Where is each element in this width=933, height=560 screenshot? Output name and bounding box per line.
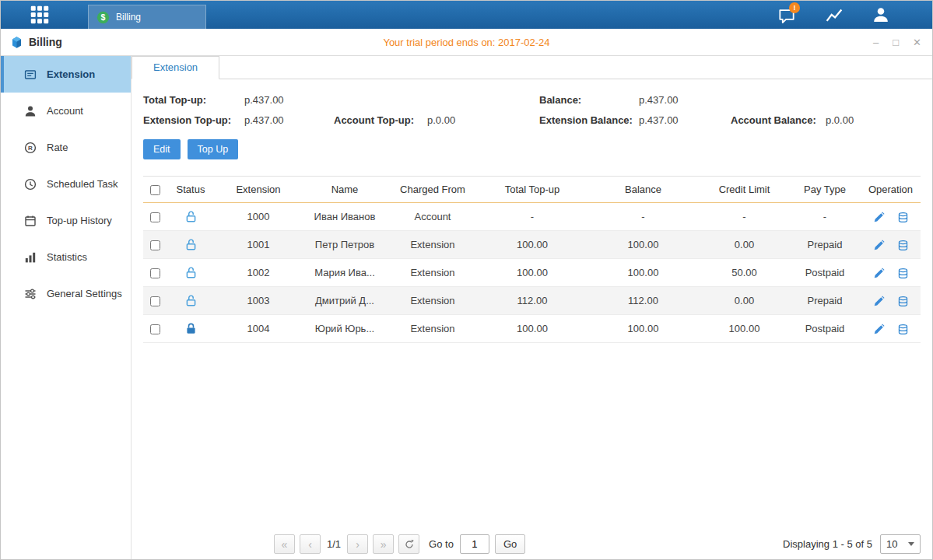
chart-icon[interactable]: [826, 7, 843, 24]
calendar-icon: [24, 215, 37, 227]
lock-open-icon[interactable]: [184, 210, 198, 223]
lock-open-icon[interactable]: [184, 266, 198, 279]
account-icon: [24, 105, 37, 117]
balance-cell: -: [587, 203, 700, 231]
edit-icon[interactable]: [873, 268, 885, 279]
name-cell: Мария Ива...: [302, 259, 388, 287]
lock-closed-icon[interactable]: [184, 322, 198, 335]
edit-icon[interactable]: [873, 212, 885, 223]
goto-page-input[interactable]: [460, 534, 489, 554]
extension-topup-label: Extension Top-up:: [143, 114, 244, 126]
sidebar: ExtensionAccountRRateScheduled TaskTop-u…: [1, 56, 132, 559]
apps-grid-icon[interactable]: [30, 5, 49, 24]
table-header-row: StatusExtensionNameCharged FromTotal Top…: [143, 177, 921, 203]
sidebar-item-scheduled-task[interactable]: Scheduled Task: [1, 166, 131, 202]
extension-icon: [24, 68, 37, 81]
chevron-down-icon: [908, 542, 914, 546]
page-indicator: 1/1: [327, 538, 341, 550]
credit-limit-cell: 100.00: [700, 315, 789, 343]
operation-cell: [861, 259, 921, 287]
credit-limit-cell: 50.00: [700, 259, 789, 287]
tab-extension[interactable]: Extension: [132, 56, 219, 79]
first-page-button[interactable]: «: [274, 534, 295, 554]
page-size-select[interactable]: 10: [880, 534, 921, 554]
extension-topup-value: p.437.00: [244, 114, 334, 126]
name-cell: Дмитрий Д...: [302, 287, 388, 315]
sidebar-item-general-settings[interactable]: General Settings: [1, 275, 131, 312]
column-header-balance: Balance: [587, 177, 700, 203]
pay-type-cell: Postpaid: [789, 259, 861, 287]
account-topup-value: p.0.00: [427, 114, 539, 126]
table-body: 1000Иван ИвановAccount----1001Петр Петро…: [143, 203, 921, 343]
table-row: 1002Мария Ива...Extension100.00100.0050.…: [143, 259, 921, 287]
last-page-button[interactable]: »: [373, 534, 394, 554]
topup-icon[interactable]: [897, 268, 909, 279]
column-header-status: Status: [167, 177, 215, 203]
extension-cell: 1000: [215, 203, 302, 231]
next-page-button[interactable]: ›: [347, 534, 368, 554]
main-area: Extension Total Top-up: p.437.00 Balance…: [132, 56, 932, 559]
name-cell: Иван Иванов: [302, 203, 388, 231]
pay-type-cell: Prepaid: [789, 231, 861, 259]
edit-icon[interactable]: [873, 296, 885, 307]
pay-type-cell: Prepaid: [789, 287, 861, 315]
column-header-extension: Extension: [215, 177, 302, 203]
extension-cell: 1003: [215, 287, 302, 315]
lock-open-icon[interactable]: [184, 294, 198, 307]
sidebar-item-rate[interactable]: RRate: [1, 129, 131, 166]
topup-button[interactable]: Top Up: [188, 139, 239, 159]
refresh-button[interactable]: [398, 534, 419, 554]
topup-icon[interactable]: [897, 240, 909, 251]
charged-from-cell: Extension: [388, 259, 478, 287]
topup-icon[interactable]: [897, 296, 909, 307]
content: Total Top-up: p.437.00 Balance: p.437.00…: [132, 79, 932, 343]
prev-page-button[interactable]: ‹: [300, 534, 321, 554]
svg-text:R: R: [28, 145, 33, 152]
notification-badge: !: [789, 2, 800, 13]
select-all-checkbox[interactable]: [150, 185, 160, 195]
row-checkbox[interactable]: [150, 296, 160, 306]
sidebar-item-label: Top-up History: [47, 215, 112, 226]
title-bar: Billing Your trial period ends on: 2017-…: [1, 29, 932, 56]
user-icon[interactable]: [872, 6, 889, 23]
operation-cell: [861, 203, 921, 231]
edit-icon[interactable]: [873, 240, 885, 251]
topbar-tab-billing[interactable]: $ Billing: [88, 5, 206, 29]
extension-balance-label: Extension Balance:: [539, 114, 639, 126]
balance-label: Balance:: [539, 94, 639, 106]
total-topup-cell: 100.00: [478, 231, 587, 259]
row-checkbox[interactable]: [150, 268, 160, 278]
row-checkbox[interactable]: [150, 212, 160, 222]
topup-icon[interactable]: [897, 212, 909, 223]
extension-cell: 1001: [215, 231, 302, 259]
sidebar-item-extension[interactable]: Extension: [1, 56, 131, 93]
page-size-value: 10: [886, 538, 897, 550]
minimize-button[interactable]: –: [873, 37, 879, 48]
window-controls: – □ ✕: [873, 29, 921, 55]
trial-notice: Your trial period ends on: 2017-02-24: [1, 29, 932, 55]
row-checkbox[interactable]: [150, 324, 160, 334]
edit-button[interactable]: Edit: [143, 139, 181, 159]
summary-panel: Total Top-up: p.437.00 Balance: p.437.00…: [143, 79, 921, 126]
bar-chart-icon: [24, 251, 37, 264]
sidebar-item-account[interactable]: Account: [1, 93, 131, 129]
chat-icon[interactable]: !: [778, 8, 795, 25]
sidebar-item-statistics[interactable]: Statistics: [1, 239, 131, 275]
status-cell: [167, 203, 215, 231]
table-row: 1004Юрий Юрь...Extension100.00100.00100.…: [143, 315, 921, 343]
sidebar-item-top-up-history[interactable]: Top-up History: [1, 202, 131, 239]
table-row: 1001Петр ПетровExtension100.00100.000.00…: [143, 231, 921, 259]
maximize-button[interactable]: □: [893, 37, 899, 48]
topup-icon[interactable]: [897, 324, 909, 335]
row-checkbox[interactable]: [150, 240, 160, 250]
sidebar-item-label: Extension: [47, 68, 95, 80]
table-row: 1000Иван ИвановAccount----: [143, 203, 921, 231]
edit-icon[interactable]: [873, 324, 885, 335]
column-header-operation: Operation: [861, 177, 921, 203]
charged-from-cell: Extension: [388, 231, 478, 259]
go-button[interactable]: Go: [495, 534, 525, 554]
sidebar-item-label: Scheduled Task: [47, 178, 118, 190]
close-button[interactable]: ✕: [913, 37, 921, 48]
credit-limit-cell: -: [700, 203, 789, 231]
lock-open-icon[interactable]: [184, 238, 198, 251]
